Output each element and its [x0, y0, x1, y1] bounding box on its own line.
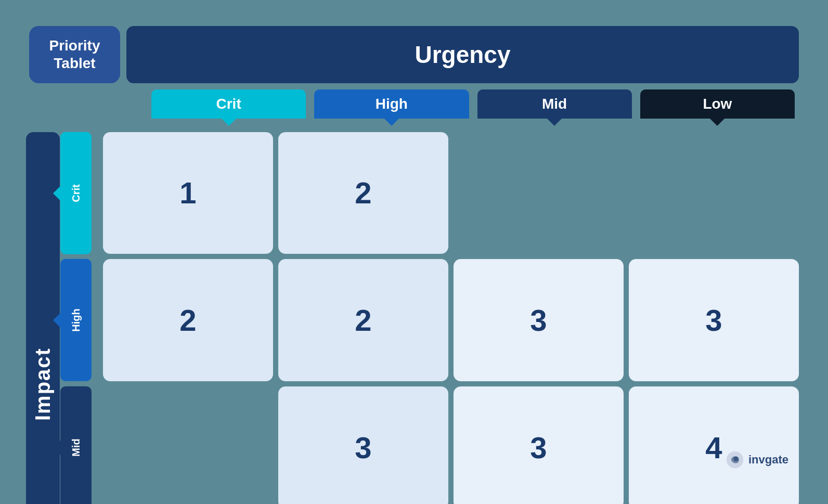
impact-label-col: Impact — [29, 132, 56, 505]
col-header-low: Low — [640, 89, 795, 119]
grid-row-mid: 3 3 4 — [103, 386, 799, 504]
cell-high-mid: 3 — [454, 259, 624, 381]
col-headers-row: Crit High Mid Low — [29, 89, 799, 119]
col-header-crit: Crit — [151, 89, 306, 119]
cell-high-high: 2 — [278, 259, 448, 381]
cell-high-low: 3 — [629, 259, 799, 381]
grid-area: 1 2 2 2 3 3 3 3 4 3 4 — [103, 132, 799, 505]
row-label-mid: Mid — [60, 386, 92, 504]
main-area: Impact Crit High Mid Low 1 2 2 2 3 3 — [29, 132, 799, 505]
grid-row-high: 2 2 3 3 — [103, 259, 799, 381]
top-row: Priority Tablet Urgency — [29, 26, 799, 83]
cell-high-crit: 2 — [103, 259, 273, 381]
col-header-high: High — [314, 89, 469, 119]
cell-mid-crit — [103, 386, 273, 504]
cell-crit-high: 2 — [278, 132, 448, 254]
col-header-mid: Mid — [477, 89, 632, 119]
priority-tablet-label: Priority Tablet — [29, 26, 120, 83]
urgency-header: Urgency — [126, 26, 799, 83]
cell-mid-high: 3 — [278, 386, 448, 504]
invgate-icon — [726, 450, 744, 469]
cell-crit-crit: 1 — [103, 132, 273, 254]
cell-crit-low — [629, 132, 799, 254]
cell-crit-mid — [454, 132, 624, 254]
cell-mid-mid: 3 — [454, 386, 624, 504]
svg-point-1 — [733, 456, 738, 461]
invgate-text: invgate — [748, 453, 788, 467]
row-labels-col: Crit High Mid Low — [60, 132, 92, 505]
cell-mid-low: 4 — [629, 386, 799, 504]
row-label-crit: Crit — [60, 132, 92, 254]
priority-tablet-container: Priority Tablet Urgency Crit High Mid Lo… — [29, 26, 799, 479]
invgate-logo: invgate — [726, 450, 788, 469]
grid-row-crit: 1 2 — [103, 132, 799, 254]
row-label-high: High — [60, 259, 92, 381]
